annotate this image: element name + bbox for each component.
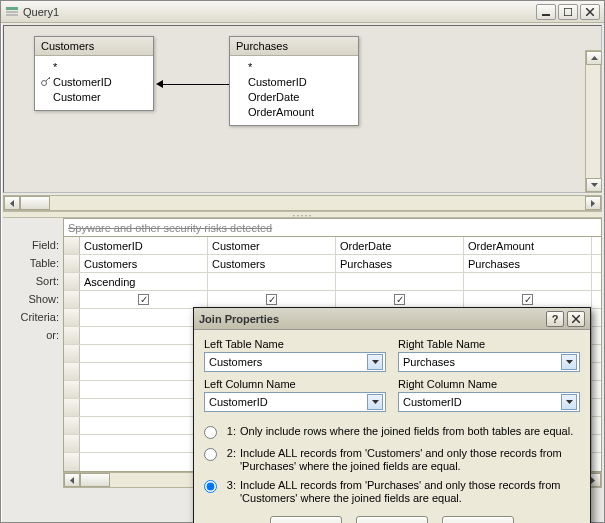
table-purchases[interactable]: Purchases * CustomerID OrderDate OrderAm… xyxy=(229,36,359,126)
maximize-button[interactable] xyxy=(558,4,578,20)
cancel-button[interactable]: Cancel xyxy=(356,516,428,523)
field-name[interactable]: OrderAmount xyxy=(248,106,314,118)
join-option-2-text: Include ALL records from 'Customers' and… xyxy=(240,447,580,473)
grid-cell[interactable] xyxy=(208,273,336,290)
grid-cell[interactable]: Ascending xyxy=(80,273,208,290)
table-row: Customers Customers Purchases Purchases xyxy=(64,255,601,273)
svg-marker-10 xyxy=(591,56,598,60)
security-banner: Spyware and other security risks detecte… xyxy=(63,218,602,236)
scroll-down-button[interactable] xyxy=(586,178,602,192)
join-option-1-radio[interactable] xyxy=(204,426,217,439)
query-icon xyxy=(5,5,19,19)
right-table-combo[interactable]: Purchases xyxy=(398,352,580,372)
svg-line-9 xyxy=(49,78,50,79)
svg-marker-18 xyxy=(372,360,379,364)
svg-marker-11 xyxy=(591,183,598,187)
field-name[interactable]: OrderDate xyxy=(248,91,299,103)
sort-row: Ascending xyxy=(64,273,601,291)
left-column-combo[interactable]: CustomerID xyxy=(204,392,386,412)
svg-marker-15 xyxy=(591,477,595,484)
field-row: CustomerID Customer OrderDate OrderAmoun… xyxy=(64,237,601,255)
svg-point-7 xyxy=(42,80,47,85)
dropdown-icon[interactable] xyxy=(367,394,383,410)
grid-cell[interactable] xyxy=(336,273,464,290)
table-title: Purchases xyxy=(230,37,358,56)
join-option-3-radio[interactable] xyxy=(204,480,217,493)
join-line[interactable] xyxy=(163,84,229,85)
dropdown-icon[interactable] xyxy=(561,354,577,370)
show-checkbox[interactable] xyxy=(80,291,208,308)
scroll-thumb[interactable] xyxy=(80,473,110,487)
table-customers[interactable]: Customers * CustomerID Customer xyxy=(34,36,154,111)
grid-cell[interactable]: Purchases xyxy=(336,255,464,272)
relationship-pane[interactable]: Customers * CustomerID Customer Purchase… xyxy=(3,25,602,193)
svg-marker-13 xyxy=(591,200,595,207)
dropdown-icon[interactable] xyxy=(561,394,577,410)
show-checkbox[interactable] xyxy=(464,291,592,308)
new-button[interactable]: New xyxy=(442,516,514,523)
svg-marker-20 xyxy=(566,360,573,364)
join-properties-dialog: Join Properties ? Left Table Name Custom… xyxy=(193,307,591,523)
grid-row-labels: Field: Table: Sort: Show: Criteria: or: xyxy=(3,236,63,472)
show-checkbox[interactable] xyxy=(336,291,464,308)
grid-cell[interactable] xyxy=(464,273,592,290)
dialog-titlebar[interactable]: Join Properties ? xyxy=(194,308,590,330)
dropdown-icon[interactable] xyxy=(367,354,383,370)
grid-cell[interactable]: Customer xyxy=(208,237,336,254)
join-option-1-text: Only include rows where the joined field… xyxy=(240,425,580,438)
join-option-3-text: Include ALL records from 'Purchases' and… xyxy=(240,479,580,505)
field-name[interactable]: CustomerID xyxy=(53,76,112,88)
svg-marker-14 xyxy=(70,477,74,484)
window-title: Query1 xyxy=(23,6,534,18)
svg-marker-21 xyxy=(566,400,573,404)
query-designer-window: Query1 Customers * CustomerID Customer P… xyxy=(0,0,605,523)
scroll-right-button[interactable] xyxy=(585,196,601,210)
help-button[interactable]: ? xyxy=(546,311,564,327)
grid-cell[interactable] xyxy=(80,309,208,326)
table-body: * CustomerID Customer xyxy=(35,56,153,110)
scroll-thumb[interactable] xyxy=(20,196,50,210)
pane-splitter[interactable] xyxy=(3,211,602,218)
table-title: Customers xyxy=(35,37,153,56)
left-table-combo[interactable]: Customers xyxy=(204,352,386,372)
join-type-options: 1: Only include rows where the joined fi… xyxy=(204,422,580,508)
grid-cell[interactable]: Purchases xyxy=(464,255,592,272)
left-column-label: Left Column Name xyxy=(204,378,386,390)
show-checkbox[interactable] xyxy=(208,291,336,308)
right-column-label: Right Column Name xyxy=(398,378,580,390)
svg-rect-2 xyxy=(6,14,18,16)
vertical-scrollbar[interactable] xyxy=(585,50,601,193)
dialog-close-button[interactable] xyxy=(567,311,585,327)
join-option-2-radio[interactable] xyxy=(204,448,217,461)
field-name[interactable]: CustomerID xyxy=(248,76,307,88)
close-button[interactable] xyxy=(580,4,600,20)
ok-button[interactable]: OK xyxy=(270,516,342,523)
grid-cell[interactable]: Customers xyxy=(80,255,208,272)
right-table-label: Right Table Name xyxy=(398,338,580,350)
scroll-up-button[interactable] xyxy=(586,51,602,65)
grid-cell[interactable]: CustomerID xyxy=(80,237,208,254)
join-arrow-icon xyxy=(156,80,163,88)
svg-rect-4 xyxy=(564,8,572,16)
dialog-title: Join Properties xyxy=(199,313,546,325)
svg-marker-12 xyxy=(10,200,14,207)
field-name[interactable]: Customer xyxy=(53,91,101,103)
titlebar: Query1 xyxy=(1,1,604,23)
svg-rect-3 xyxy=(542,14,550,16)
svg-rect-0 xyxy=(6,7,18,10)
grid-cell[interactable]: Customers xyxy=(208,255,336,272)
scroll-left-button[interactable] xyxy=(4,196,20,210)
svg-rect-1 xyxy=(6,11,18,13)
left-table-label: Left Table Name xyxy=(204,338,386,350)
primary-key-icon xyxy=(41,77,53,87)
table-body: * CustomerID OrderDate OrderAmount xyxy=(230,56,358,125)
minimize-button[interactable] xyxy=(536,4,556,20)
grid-cell[interactable]: OrderDate xyxy=(336,237,464,254)
right-column-combo[interactable]: CustomerID xyxy=(398,392,580,412)
scroll-left-button[interactable] xyxy=(64,473,80,487)
svg-marker-19 xyxy=(372,400,379,404)
grid-cell[interactable]: OrderAmount xyxy=(464,237,592,254)
grid-cell[interactable] xyxy=(80,327,208,344)
